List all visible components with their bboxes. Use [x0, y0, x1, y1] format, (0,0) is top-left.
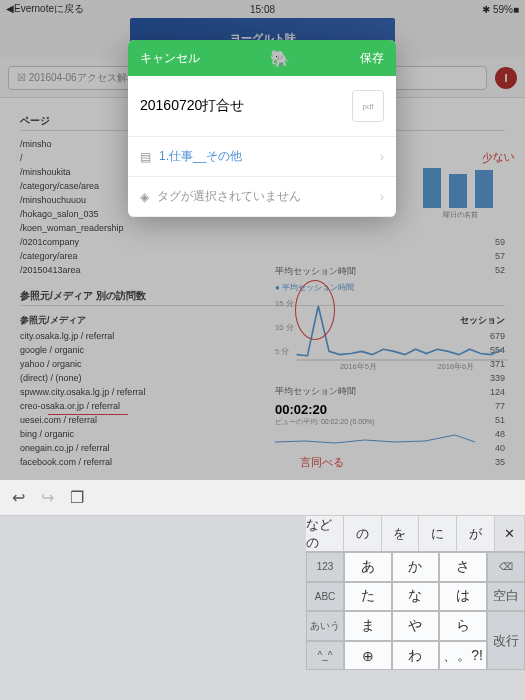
edit-toolbar: ↩ ↪ ❐ — [0, 480, 525, 516]
key-kana[interactable]: ま — [344, 611, 392, 641]
pdf-badge[interactable]: pdf — [352, 90, 384, 122]
key-kana[interactable]: た — [344, 582, 392, 612]
copy-button[interactable]: ❐ — [70, 488, 84, 507]
save-modal: キャンセル 🐘 保存 pdf ▤ 1.仕事__その他 › ◈ タグが選択されてい… — [128, 40, 396, 217]
key-kana[interactable]: あ — [344, 552, 392, 582]
handwriting-area[interactable]: 〈 — [0, 516, 306, 700]
key-kana[interactable]: な — [392, 582, 440, 612]
key-kana[interactable]: ら — [439, 611, 487, 641]
key-func[interactable]: あいう — [306, 611, 344, 641]
key-kana[interactable]: ⊕ — [344, 641, 392, 671]
key-func[interactable]: 123 — [306, 552, 344, 582]
suggestion[interactable]: などの — [306, 516, 344, 551]
cancel-button[interactable]: キャンセル — [140, 50, 200, 67]
key-func[interactable]: 改行 — [487, 611, 525, 670]
redo-button[interactable]: ↪ — [41, 488, 54, 507]
chevron-right-icon: › — [380, 150, 384, 164]
key-kana[interactable]: か — [392, 552, 440, 582]
key-func[interactable]: ABC — [306, 582, 344, 612]
note-title-input[interactable] — [140, 98, 352, 114]
suggestion[interactable]: を — [382, 516, 420, 551]
chevron-right-icon: › — [380, 190, 384, 204]
key-func[interactable]: ^_^ — [306, 641, 344, 671]
suggestion[interactable]: が — [457, 516, 495, 551]
tags-placeholder: タグが選択されていません — [157, 188, 301, 205]
evernote-icon: 🐘 — [270, 49, 290, 68]
tag-icon: ◈ — [140, 190, 149, 204]
modal-header: キャンセル 🐘 保存 — [128, 40, 396, 76]
suggestion[interactable]: の — [344, 516, 382, 551]
notebook-icon: ▤ — [140, 150, 151, 164]
kana-keyboard: などの の を に が ✕ 123あかさ⌫ABCたなは空白あいうまやら改行^_^… — [306, 516, 525, 700]
key-kana[interactable]: わ — [392, 641, 440, 671]
undo-button[interactable]: ↩ — [12, 488, 25, 507]
key-kana[interactable]: さ — [439, 552, 487, 582]
notebook-row[interactable]: ▤ 1.仕事__その他 › — [128, 137, 396, 177]
suggestion-row: などの の を に が ✕ — [306, 516, 525, 552]
suggestion[interactable]: に — [419, 516, 457, 551]
note-title-row: pdf — [128, 76, 396, 137]
key-func[interactable]: ⌫ — [487, 552, 525, 582]
tags-row[interactable]: ◈ タグが選択されていません › — [128, 177, 396, 217]
save-button[interactable]: 保存 — [360, 50, 384, 67]
close-suggestions[interactable]: ✕ — [495, 516, 525, 551]
keyboard-area: ↩ ↪ ❐ 〈 などの の を に が ✕ 123あかさ⌫ABCたなは空白あいう… — [0, 480, 525, 700]
notebook-name: 1.仕事__その他 — [159, 148, 242, 165]
key-kana[interactable]: や — [392, 611, 440, 641]
key-func[interactable]: 空白 — [487, 582, 525, 612]
key-kana[interactable]: は — [439, 582, 487, 612]
key-kana[interactable]: 、。?! — [439, 641, 487, 671]
